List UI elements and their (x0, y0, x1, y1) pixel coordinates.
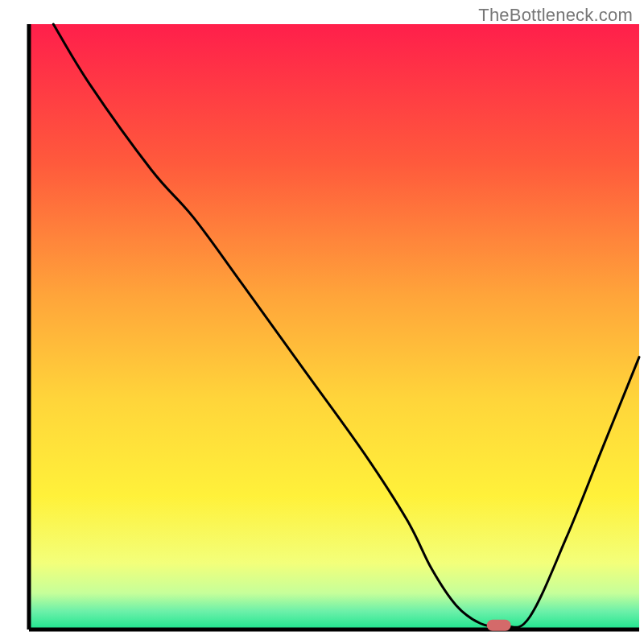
marker-pill (487, 620, 511, 631)
bottleneck-chart (0, 0, 644, 644)
watermark-text: TheBottleneck.com (478, 5, 633, 26)
plot-background (29, 24, 639, 630)
chart-container: TheBottleneck.com (0, 0, 644, 644)
